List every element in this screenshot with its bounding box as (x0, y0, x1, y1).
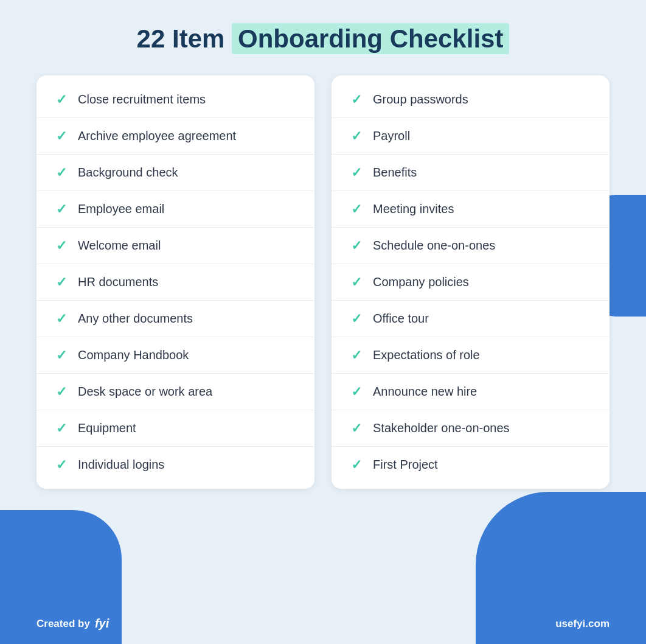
item-label: Equipment (78, 421, 136, 435)
list-item: ✓ Close recruitment items (36, 82, 314, 118)
item-label: Archive employee agreement (78, 129, 236, 143)
check-icon: ✓ (351, 312, 362, 326)
item-label: Stakeholder one-on-ones (373, 421, 510, 435)
item-label: Announce new hire (373, 385, 477, 399)
check-icon: ✓ (56, 422, 67, 435)
check-icon: ✓ (56, 130, 67, 143)
item-label: Individual logins (78, 458, 164, 472)
list-item: ✓ Expectations of role (332, 337, 610, 374)
check-icon: ✓ (351, 239, 362, 253)
page-title: 22 Item Onboarding Checklist (137, 24, 510, 54)
item-label: Employee email (78, 202, 164, 216)
check-icon: ✓ (56, 458, 67, 472)
item-label: Any other documents (78, 312, 193, 326)
item-label: Payroll (373, 129, 410, 143)
list-item: ✓ Stakeholder one-on-ones (332, 410, 610, 447)
footer-brand: fyi (95, 617, 109, 631)
list-item: ✓ Group passwords (332, 82, 610, 118)
item-label: Office tour (373, 312, 429, 326)
footer-created-by: Created by (36, 618, 90, 630)
list-item: ✓ Payroll (332, 118, 610, 155)
list-item: ✓ Welcome email (36, 228, 314, 264)
check-icon: ✓ (351, 458, 362, 472)
list-item: ✓ Meeting invites (332, 191, 610, 228)
list-item: ✓ Any other documents (36, 301, 314, 337)
list-item: ✓ Announce new hire (332, 374, 610, 410)
title-prefix: 22 Item (137, 24, 232, 53)
list-item: ✓ Desk space or work area (36, 374, 314, 410)
check-icon: ✓ (56, 93, 67, 107)
item-label: Desk space or work area (78, 385, 212, 399)
item-label: Background check (78, 166, 178, 180)
list-item: ✓ Company policies (332, 264, 610, 301)
check-icon: ✓ (351, 349, 362, 362)
footer-left: Created by fyi (36, 617, 109, 631)
check-icon: ✓ (351, 276, 362, 289)
check-icon: ✓ (351, 385, 362, 399)
item-label: Company Handbook (78, 348, 189, 362)
list-item: ✓ Equipment (36, 410, 314, 447)
item-label: Welcome email (78, 239, 161, 253)
item-label: Schedule one-on-ones (373, 239, 495, 253)
list-item: ✓ Company Handbook (36, 337, 314, 374)
list-item: ✓ Schedule one-on-ones (332, 228, 610, 264)
title-highlight: Onboarding Checklist (232, 23, 509, 54)
check-icon: ✓ (56, 276, 67, 289)
check-icon: ✓ (351, 93, 362, 107)
list-item: ✓ Background check (36, 155, 314, 191)
check-icon: ✓ (351, 422, 362, 435)
footer-website: usefyi.com (555, 618, 610, 630)
item-label: Meeting invites (373, 202, 454, 216)
list-item: ✓ HR documents (36, 264, 314, 301)
list-item: ✓ Archive employee agreement (36, 118, 314, 155)
check-icon: ✓ (56, 166, 67, 180)
page-wrapper: 22 Item Onboarding Checklist ✓ Close rec… (0, 0, 646, 489)
list-item: ✓ First Project (332, 447, 610, 483)
item-label: First Project (373, 458, 438, 472)
list-item: ✓ Benefits (332, 155, 610, 191)
check-icon: ✓ (56, 385, 67, 399)
list-item: ✓ Employee email (36, 191, 314, 228)
right-checklist-card: ✓ Group passwords ✓ Payroll ✓ Benefits ✓… (332, 75, 610, 489)
list-item: ✓ Individual logins (36, 447, 314, 483)
check-icon: ✓ (56, 203, 67, 216)
item-label: Company policies (373, 275, 469, 289)
left-checklist-card: ✓ Close recruitment items ✓ Archive empl… (36, 75, 314, 489)
check-icon: ✓ (351, 166, 362, 180)
item-label: Benefits (373, 166, 417, 180)
check-icon: ✓ (351, 203, 362, 216)
check-icon: ✓ (351, 130, 362, 143)
item-label: HR documents (78, 275, 158, 289)
check-icon: ✓ (56, 312, 67, 326)
checklist-container: ✓ Close recruitment items ✓ Archive empl… (36, 75, 610, 489)
item-label: Group passwords (373, 93, 468, 107)
footer: Created by fyi usefyi.com (0, 617, 646, 631)
title-area: 22 Item Onboarding Checklist (137, 24, 510, 54)
item-label: Close recruitment items (78, 93, 206, 107)
list-item: ✓ Office tour (332, 301, 610, 337)
item-label: Expectations of role (373, 348, 480, 362)
check-icon: ✓ (56, 349, 67, 362)
check-icon: ✓ (56, 239, 67, 253)
